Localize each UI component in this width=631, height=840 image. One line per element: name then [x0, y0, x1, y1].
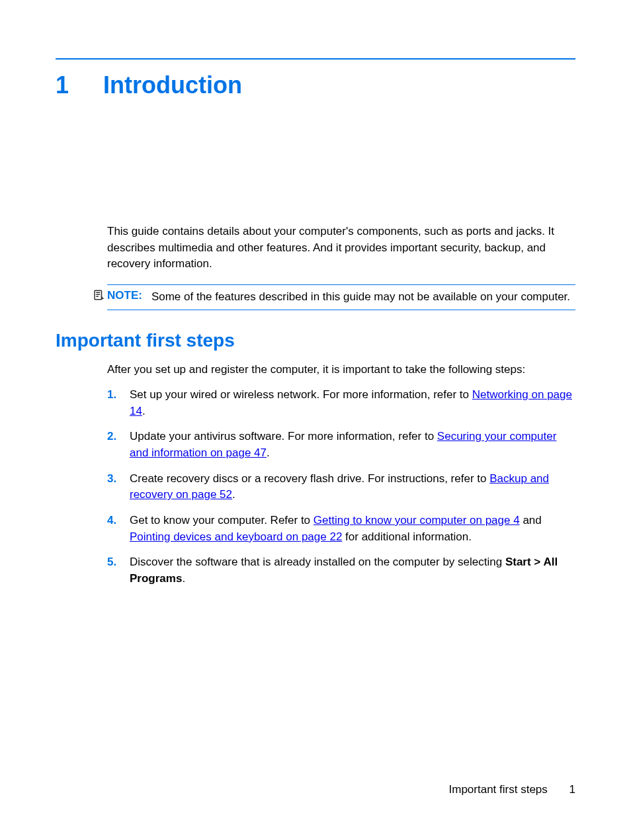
- step-text: Create recovery discs or a recovery flas…: [130, 472, 489, 485]
- steps-list: 1. Set up your wired or wireless network…: [107, 387, 575, 587]
- section-intro: After you set up and register the comput…: [107, 362, 575, 378]
- page-footer: Important first steps 1: [449, 783, 575, 796]
- chapter-title-text: Introduction: [103, 71, 242, 99]
- footer-section: Important first steps: [449, 783, 548, 796]
- step-text: .: [232, 488, 235, 501]
- chapter-rule: [56, 58, 575, 60]
- note-text: Some of the features described in this g…: [151, 289, 570, 306]
- step-text: Discover the software that is already in…: [130, 556, 505, 568]
- step-body: Set up your wired or wireless network. F…: [130, 387, 575, 419]
- step-item: 3. Create recovery discs or a recovery f…: [107, 471, 575, 503]
- section-title: Important first steps: [56, 330, 575, 351]
- step-body: Update your antivirus software. For more…: [130, 429, 575, 461]
- step-text: .: [182, 572, 185, 585]
- step-item: 2. Update your antivirus software. For m…: [107, 429, 575, 461]
- step-text: for additional information.: [342, 530, 472, 543]
- step-text: Update your antivirus software. For more…: [130, 430, 437, 442]
- step-number: 2.: [107, 429, 130, 461]
- note-icon: [90, 289, 107, 301]
- step-number: 5.: [107, 554, 130, 587]
- step-item: 1. Set up your wired or wireless network…: [107, 387, 575, 419]
- step-text: .: [267, 446, 270, 459]
- step-number: 4.: [107, 513, 130, 545]
- step-text: Get to know your computer. Refer to: [130, 514, 314, 526]
- step-number: 3.: [107, 471, 130, 503]
- step-item: 4. Get to know your computer. Refer to G…: [107, 513, 575, 545]
- note-label: NOTE:: [107, 289, 142, 302]
- note-callout: NOTE: Some of the features described in …: [107, 284, 575, 310]
- step-text: and: [520, 514, 542, 526]
- link-getting-to-know[interactable]: Getting to know your computer on page 4: [314, 514, 520, 526]
- step-text: Set up your wired or wireless network. F…: [130, 388, 472, 401]
- step-body: Create recovery discs or a recovery flas…: [130, 471, 575, 503]
- chapter-title: 1 Introduction: [56, 71, 575, 99]
- step-body: Discover the software that is already in…: [130, 554, 575, 587]
- chapter-number: 1: [56, 71, 103, 99]
- link-pointing-devices[interactable]: Pointing devices and keyboard on page 22: [130, 530, 342, 543]
- page: 1 Introduction This guide contains detai…: [0, 0, 631, 840]
- step-item: 5. Discover the software that is already…: [107, 554, 575, 587]
- intro-paragraph: This guide contains details about your c…: [107, 224, 575, 273]
- step-body: Get to know your computer. Refer to Gett…: [130, 513, 575, 545]
- step-number: 1.: [107, 387, 130, 419]
- step-text: .: [142, 405, 146, 417]
- footer-page-number: 1: [569, 783, 575, 796]
